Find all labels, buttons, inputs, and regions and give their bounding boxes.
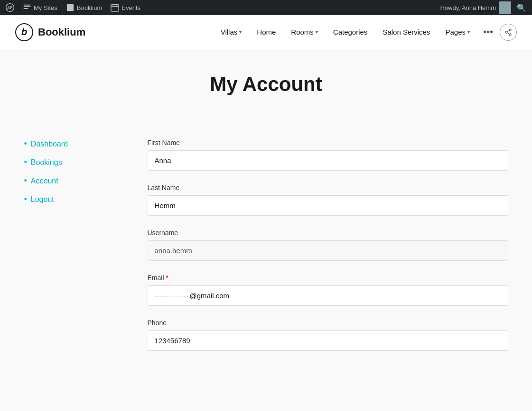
last-name-input[interactable] (148, 195, 508, 216)
phone-group: Phone (148, 319, 508, 351)
dashboard-link[interactable]: Dashboard (31, 140, 68, 148)
my-sites-label: My Sites (34, 4, 57, 11)
account-form: First Name Last Name Username Email * ··… (148, 139, 508, 364)
site-header: b Booklium Villas ▾ Home Rooms ▾ Categor… (0, 15, 532, 49)
booklium-admin-link[interactable]: Booklium (66, 3, 102, 12)
sidebar-item-logout: Logout (24, 194, 119, 204)
events-admin-link[interactable]: Events (111, 3, 140, 12)
nav-villas[interactable]: Villas ▾ (214, 24, 249, 40)
page-title: My Account (24, 73, 508, 96)
email-group: Email * ············ @gmail.com (148, 274, 508, 306)
nav-home[interactable]: Home (250, 24, 282, 40)
nav-share-button[interactable] (500, 24, 517, 41)
booklium-admin-label: Booklium (77, 4, 102, 11)
email-suffix: @gmail.com (190, 292, 230, 300)
nav-categories[interactable]: Categories (327, 24, 374, 40)
logo-text: Booklium (38, 26, 85, 38)
admin-search-icon[interactable]: 🔍 (517, 3, 526, 12)
account-link[interactable]: Account (31, 177, 58, 185)
admin-bar: My Sites Booklium Events Howdy, Anna Hem… (0, 0, 532, 15)
howdy-text: Howdy, Anna Hemm (440, 1, 511, 14)
nav-rooms[interactable]: Rooms ▾ (284, 24, 325, 40)
sidebar-item-dashboard: Dashboard (24, 139, 119, 149)
sidebar-nav: Dashboard Bookings Account Logout (24, 139, 119, 204)
nav-pages[interactable]: Pages ▾ (439, 24, 476, 40)
svg-line-5 (507, 30, 509, 32)
bookings-link[interactable]: Bookings (31, 158, 62, 167)
svg-rect-1 (111, 5, 119, 11)
last-name-label: Last Name (148, 184, 508, 192)
nav-salon-services[interactable]: Salon Services (376, 24, 437, 40)
user-avatar (499, 1, 511, 14)
pages-chevron-icon: ▾ (467, 29, 470, 35)
email-redacted-part: ············ (155, 292, 190, 300)
first-name-input[interactable] (148, 150, 508, 171)
account-layout: Dashboard Bookings Account Logout First … (24, 139, 508, 364)
first-name-group: First Name (148, 139, 508, 171)
nav-more-button[interactable]: ••• (478, 23, 498, 41)
logo-icon: b (15, 23, 33, 41)
svg-rect-0 (67, 4, 74, 11)
svg-point-3 (505, 31, 507, 33)
main-content: My Account Dashboard Bookings Account Lo… (5, 49, 527, 402)
svg-point-2 (509, 29, 511, 31)
svg-line-6 (507, 32, 509, 34)
site-logo[interactable]: b Booklium (15, 23, 85, 41)
phone-input[interactable] (148, 330, 508, 351)
email-label: Email * (148, 274, 508, 282)
villas-chevron-icon: ▾ (239, 29, 242, 35)
main-nav: Villas ▾ Home Rooms ▾ Categories Salon S… (214, 23, 517, 41)
phone-label: Phone (148, 319, 508, 327)
logout-link[interactable]: Logout (31, 195, 54, 204)
my-sites-link[interactable]: My Sites (23, 3, 57, 12)
sidebar-item-bookings: Bookings (24, 157, 119, 167)
email-field-wrapper[interactable]: ············ @gmail.com (148, 285, 508, 306)
first-name-label: First Name (148, 139, 508, 146)
divider (24, 115, 508, 115)
svg-point-4 (509, 33, 511, 35)
rooms-chevron-icon: ▾ (316, 29, 318, 35)
wp-admin-link[interactable] (6, 3, 14, 12)
username-group: Username (148, 229, 508, 261)
username-input (148, 240, 508, 261)
account-sidebar: Dashboard Bookings Account Logout (24, 139, 119, 213)
last-name-group: Last Name (148, 184, 508, 216)
username-label: Username (148, 229, 508, 237)
email-required-star: * (166, 274, 168, 282)
sidebar-item-account: Account (24, 176, 119, 186)
events-admin-label: Events (121, 4, 140, 11)
